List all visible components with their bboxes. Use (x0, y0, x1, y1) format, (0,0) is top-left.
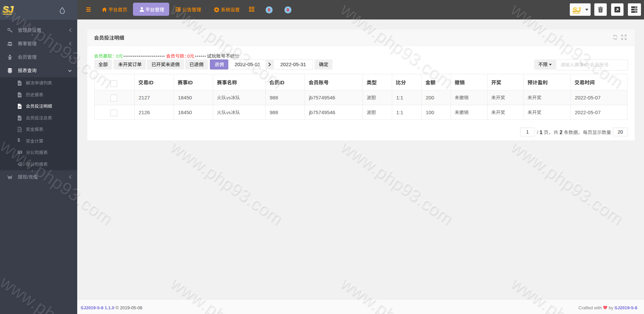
svg-text:SJ: SJ (3, 5, 14, 15)
svg-text:SJ: SJ (572, 6, 581, 13)
